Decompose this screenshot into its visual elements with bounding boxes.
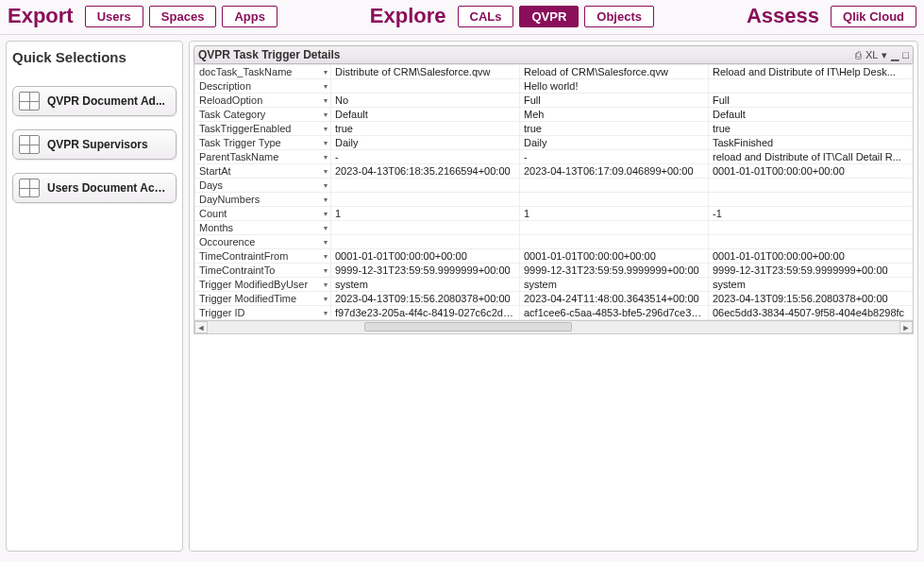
chevron-down-icon[interactable]: ▾ bbox=[324, 196, 328, 204]
chevron-down-icon[interactable]: ▾ bbox=[324, 111, 328, 119]
scroll-thumb[interactable] bbox=[364, 322, 572, 332]
chevron-down-icon[interactable]: ▾ bbox=[324, 295, 328, 303]
table-cell: - bbox=[520, 150, 709, 164]
table-cell bbox=[520, 221, 709, 235]
table-cell: 9999-12-31T23:59:59.9999999+00:00 bbox=[331, 264, 520, 278]
table-cell: Daily bbox=[331, 136, 520, 150]
table-cell: Hello world! bbox=[520, 79, 709, 94]
row-header[interactable]: Days▾ bbox=[195, 179, 331, 193]
grid-icon bbox=[19, 92, 40, 111]
table-cell: reload and Distribute of IT\Call Detail … bbox=[709, 150, 915, 164]
nav-spaces[interactable]: Spaces bbox=[149, 6, 217, 27]
scroll-left-icon[interactable]: ◄ bbox=[194, 321, 208, 333]
row-header[interactable]: Trigger ModifiedTime▾ bbox=[195, 292, 331, 306]
chevron-down-icon[interactable]: ▾ bbox=[324, 210, 328, 218]
table-row: TimeContraintFrom▾0001-01-01T00:00:00+00… bbox=[195, 249, 915, 264]
table-cell bbox=[520, 235, 709, 249]
nav-qvpr[interactable]: QVPR bbox=[519, 6, 579, 27]
grid-icon bbox=[19, 179, 40, 197]
table-row: docTask_TaskName▾Distribute of CRM\Sales… bbox=[195, 65, 915, 79]
table-cell bbox=[331, 193, 520, 207]
chevron-down-icon[interactable]: ▾ bbox=[324, 238, 328, 247]
chevron-down-icon[interactable]: ▾ bbox=[324, 252, 328, 261]
table-cell: Distribute of CRM\Salesforce.qvw bbox=[331, 65, 520, 79]
table-cell bbox=[331, 235, 520, 249]
table-cell: 9999-12-31T23:59:59.9999999+00:00 bbox=[520, 264, 709, 278]
qs-users-document-access[interactable]: Users Document Acc... bbox=[12, 173, 176, 203]
chevron-down-icon[interactable]: ▾ bbox=[324, 82, 328, 91]
qs-qvpr-document-admins[interactable]: QVPR Document Ad... bbox=[12, 86, 176, 116]
row-header[interactable]: ReloadOption▾ bbox=[195, 94, 331, 108]
table-cell: acf1cee6-c5aa-4853-bfe5-296d7ce35cd6 bbox=[520, 306, 709, 320]
table-row: DayNumbers▾ bbox=[195, 193, 915, 207]
horizontal-scrollbar[interactable]: ◄ ► bbox=[193, 321, 914, 334]
table-cell bbox=[331, 179, 520, 193]
chevron-down-icon[interactable]: ▾ bbox=[324, 281, 328, 289]
table-cell: Meh bbox=[520, 108, 709, 122]
table-row: ReloadOption▾NoFullFull bbox=[195, 94, 915, 108]
row-header[interactable]: DayNumbers▾ bbox=[195, 193, 331, 207]
nav-qlik-cloud[interactable]: Qlik Cloud bbox=[831, 6, 916, 27]
table-cell bbox=[709, 235, 915, 249]
minimize-icon[interactable]: ▁ bbox=[891, 50, 899, 60]
table-cell: true bbox=[709, 122, 915, 136]
chevron-down-icon[interactable]: ▾ bbox=[324, 266, 328, 275]
nav-group-title-export: Export bbox=[8, 4, 74, 28]
row-header[interactable]: Trigger ID▾ bbox=[195, 306, 331, 320]
table-cell: 06ec5dd3-3834-4507-9f58-404e4b8298fc bbox=[709, 306, 915, 320]
row-header[interactable]: Description▾ bbox=[195, 79, 331, 94]
table-cell: 2023-04-13T06:18:35.2166594+00:00 bbox=[331, 164, 520, 179]
details-grid: docTask_TaskName▾Distribute of CRM\Sales… bbox=[193, 64, 914, 321]
table-cell: 2023-04-13T09:15:56.2080378+00:00 bbox=[709, 292, 915, 306]
row-header[interactable]: TimeContraintTo▾ bbox=[195, 264, 331, 278]
export-xl-button[interactable]: XL bbox=[865, 50, 878, 60]
print-icon[interactable]: ⎙ bbox=[855, 50, 862, 60]
table-cell: 1 bbox=[520, 207, 709, 221]
row-header[interactable]: TimeContraintFrom▾ bbox=[195, 249, 331, 264]
chevron-down-icon[interactable]: ▾ bbox=[882, 50, 887, 60]
table-cell bbox=[709, 79, 915, 94]
table-cell: Reload and Distribute of IT\Help Desk... bbox=[709, 65, 915, 79]
table-cell: 0001-01-01T00:00:00+00:00 bbox=[709, 249, 915, 264]
qs-qvpr-supervisors[interactable]: QVPR Supervisors bbox=[12, 129, 176, 160]
table-cell: f97d3e23-205a-4f4c-8419-027c6c2d3cae bbox=[331, 306, 520, 320]
table-row: Count▾11-1 bbox=[195, 207, 915, 221]
table-cell: Daily bbox=[520, 136, 709, 150]
table-cell: -1 bbox=[709, 207, 915, 221]
nav-cals[interactable]: CALs bbox=[458, 6, 514, 27]
scroll-right-icon[interactable]: ► bbox=[899, 321, 913, 333]
chevron-down-icon[interactable]: ▾ bbox=[324, 139, 328, 147]
row-header[interactable]: Months▾ bbox=[195, 221, 331, 235]
row-header[interactable]: Task Trigger Type▾ bbox=[195, 136, 331, 150]
grid-icon bbox=[19, 135, 40, 154]
chevron-down-icon[interactable]: ▾ bbox=[324, 125, 328, 133]
maximize-icon[interactable]: □ bbox=[902, 50, 909, 60]
table-cell: 0001-01-01T00:00:00+00:00 bbox=[520, 249, 709, 264]
table-row: ParentTaskName▾--reload and Distribute o… bbox=[195, 150, 915, 164]
chevron-down-icon[interactable]: ▾ bbox=[324, 96, 328, 105]
table-cell: 0001-01-01T00:00:00+00:00 bbox=[331, 249, 520, 264]
chevron-down-icon[interactable]: ▾ bbox=[324, 167, 328, 176]
nav-objects[interactable]: Objects bbox=[584, 6, 654, 27]
table-row: Description▾Hello world! bbox=[195, 79, 915, 94]
row-header[interactable]: Trigger ModifiedByUser▾ bbox=[195, 278, 331, 292]
row-header[interactable]: Occourence▾ bbox=[195, 235, 331, 249]
row-header[interactable]: docTask_TaskName▾ bbox=[195, 65, 331, 79]
nav-apps[interactable]: Apps bbox=[222, 6, 277, 27]
chevron-down-icon[interactable]: ▾ bbox=[324, 309, 328, 317]
row-header[interactable]: StartAt▾ bbox=[195, 164, 331, 179]
chevron-down-icon[interactable]: ▾ bbox=[324, 181, 328, 190]
row-header[interactable]: TaskTriggerEnabled▾ bbox=[195, 122, 331, 136]
table-cell bbox=[331, 79, 520, 94]
row-header[interactable]: Task Category▾ bbox=[195, 108, 331, 122]
row-header[interactable]: Count▾ bbox=[195, 207, 331, 221]
row-header[interactable]: ParentTaskName▾ bbox=[195, 150, 331, 164]
table-row: TimeContraintTo▾9999-12-31T23:59:59.9999… bbox=[195, 264, 915, 278]
chevron-down-icon[interactable]: ▾ bbox=[324, 68, 328, 77]
qs-label: QVPR Supervisors bbox=[47, 138, 170, 151]
nav-users[interactable]: Users bbox=[85, 6, 143, 27]
table-cell bbox=[331, 221, 520, 235]
chevron-down-icon[interactable]: ▾ bbox=[324, 224, 328, 232]
qs-label: Users Document Acc... bbox=[47, 181, 170, 195]
chevron-down-icon[interactable]: ▾ bbox=[324, 153, 328, 162]
